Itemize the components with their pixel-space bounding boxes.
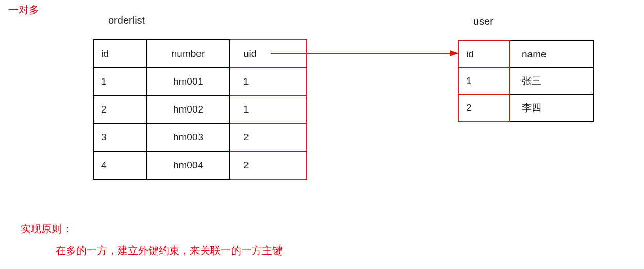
user-row: 1 张三 xyxy=(458,68,593,94)
orderlist-header-uid: uid xyxy=(229,40,307,68)
orderlist-cell-uid: 2 xyxy=(229,151,307,179)
orderlist-table-label: orderlist xyxy=(108,14,145,26)
user-cell-id: 2 xyxy=(458,94,510,121)
orderlist-cell-id: 3 xyxy=(93,123,147,151)
orderlist-header-id: id xyxy=(93,40,147,68)
orderlist-header-row: id number uid xyxy=(93,40,307,68)
orderlist-cell-number: hm001 xyxy=(147,68,229,96)
user-header-row: id name xyxy=(458,41,593,68)
orderlist-cell-id: 1 xyxy=(93,68,147,96)
user-table: id name 1 张三 2 李四 xyxy=(458,40,594,122)
orderlist-cell-uid: 2 xyxy=(229,123,307,151)
orderlist-row: 1 hm001 1 xyxy=(93,68,307,96)
orderlist-table: id number uid 1 hm001 1 2 hm002 1 3 hm00… xyxy=(93,39,307,180)
orderlist-cell-number: hm003 xyxy=(147,123,229,151)
orderlist-cell-id: 4 xyxy=(93,151,147,179)
orderlist-cell-uid: 1 xyxy=(229,68,307,96)
orderlist-row: 2 hm002 1 xyxy=(93,96,307,123)
orderlist-row: 3 hm003 2 xyxy=(93,123,307,151)
orderlist-cell-uid: 1 xyxy=(229,96,307,123)
user-table-label: user xyxy=(473,15,493,27)
orderlist-row: 4 hm004 2 xyxy=(93,151,307,179)
user-header-name: name xyxy=(510,41,593,68)
orderlist-cell-number: hm004 xyxy=(147,151,229,179)
principle-heading: 实现原则： xyxy=(21,222,72,236)
user-header-id: id xyxy=(458,41,510,68)
orderlist-cell-number: hm002 xyxy=(147,96,229,123)
user-cell-name: 张三 xyxy=(510,68,593,94)
principle-body: 在多的一方，建立外键约束，来关联一的一方主键 xyxy=(56,244,283,258)
orderlist-header-number: number xyxy=(147,40,229,68)
user-row: 2 李四 xyxy=(458,94,593,121)
user-cell-id: 1 xyxy=(458,68,510,94)
orderlist-cell-id: 2 xyxy=(93,96,147,123)
relation-type-label: 一对多 xyxy=(8,3,39,17)
user-cell-name: 李四 xyxy=(510,94,593,121)
